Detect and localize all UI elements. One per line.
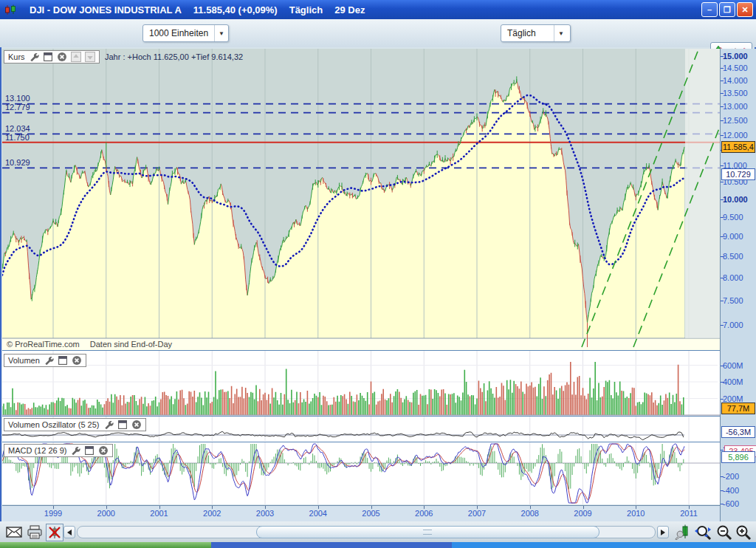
window-titlebar: DJI - DOW JONES INDUSTRIAL A 11.585,40 (… bbox=[0, 0, 756, 19]
panel-divider bbox=[2, 416, 720, 417]
year-label: 2002 bbox=[203, 509, 221, 518]
year-label: 2009 bbox=[574, 509, 591, 518]
app-candles-icon bbox=[4, 4, 18, 16]
year-tick bbox=[212, 506, 213, 509]
axis-tick-mark bbox=[721, 135, 724, 136]
close-button[interactable]: ✕ bbox=[737, 2, 753, 17]
axis-tick-label: 10.000 bbox=[723, 195, 748, 204]
level-label: 12.779 bbox=[5, 103, 30, 112]
taskbar-green-segment bbox=[0, 542, 211, 548]
moving-average-badge: 10.729 bbox=[721, 168, 755, 180]
email-button[interactable] bbox=[4, 524, 24, 541]
axis-tick-mark bbox=[721, 450, 724, 451]
year-label: 2005 bbox=[362, 509, 379, 518]
bottom-toolbar bbox=[0, 521, 756, 542]
minimize-button[interactable]: – bbox=[701, 2, 718, 17]
window-left-edge bbox=[0, 47, 1, 521]
axis-tick-mark bbox=[721, 236, 724, 237]
year-label: 2008 bbox=[521, 509, 539, 518]
axis-tick-label: 14.500 bbox=[723, 64, 748, 72]
candle-wrench-icon bbox=[673, 524, 690, 541]
right-arrow-icon bbox=[661, 530, 665, 535]
axis-tick-mark bbox=[721, 93, 724, 94]
close-icon[interactable] bbox=[98, 445, 109, 456]
axis-tick-mark bbox=[721, 504, 724, 504]
window-icon[interactable] bbox=[58, 355, 68, 366]
window-icon[interactable] bbox=[84, 445, 94, 456]
axis-tick-mark bbox=[721, 366, 724, 366]
price-chart[interactable] bbox=[2, 49, 720, 351]
period-dropdown-value: Täglich bbox=[501, 28, 554, 38]
year-tick bbox=[689, 506, 690, 509]
last-price-badge: 11.585,4 bbox=[721, 141, 755, 153]
axis-tick-mark bbox=[721, 165, 724, 166]
taskbar-strip bbox=[0, 542, 756, 548]
zoom-out-button[interactable] bbox=[715, 524, 734, 541]
window-icon[interactable] bbox=[117, 419, 128, 430]
axis-tick-label: -600 bbox=[723, 499, 739, 508]
period-dropdown[interactable]: Täglich ▼ bbox=[501, 24, 571, 42]
units-dropdown[interactable]: 1000 Einheiten ▼ bbox=[142, 24, 229, 42]
chevron-down-icon[interactable]: ▼ bbox=[554, 25, 568, 41]
close-icon[interactable] bbox=[72, 355, 82, 366]
time-axis: 1999200020012002200320042005200620072008… bbox=[2, 505, 720, 521]
axis-tick-label: 13.500 bbox=[723, 89, 748, 97]
panel-divider bbox=[2, 350, 720, 351]
axis-tick-label: 15.000 bbox=[723, 52, 748, 61]
axis-tick-label: 7.500 bbox=[723, 296, 743, 305]
zoom-in-icon bbox=[735, 524, 752, 541]
volume-chart[interactable] bbox=[2, 351, 720, 416]
axis-tick-label: 200M bbox=[723, 394, 743, 403]
print-icon bbox=[27, 525, 43, 539]
email-icon bbox=[6, 527, 22, 538]
titlebar-instrument: DJI - DOW JONES INDUSTRIAL A bbox=[30, 4, 182, 16]
wrench-icon[interactable] bbox=[29, 52, 39, 62]
axis-tick-mark bbox=[721, 81, 724, 81]
taskbar-lightblue-segment bbox=[452, 542, 756, 548]
close-icon[interactable] bbox=[57, 52, 67, 62]
axis-tick-label: 400M bbox=[723, 377, 743, 386]
chart-settings-button[interactable] bbox=[672, 524, 691, 541]
axis-tick-mark bbox=[721, 382, 724, 383]
year-tick bbox=[530, 506, 531, 509]
axis-tick-label: 12.500 bbox=[723, 116, 748, 125]
price-panel-header: Kurs bbox=[4, 50, 100, 64]
year-tick bbox=[636, 506, 636, 509]
zoom-in-button[interactable] bbox=[734, 524, 753, 541]
year-label: 2010 bbox=[627, 509, 645, 518]
year-tick bbox=[424, 506, 425, 509]
axis-tick-mark bbox=[721, 256, 724, 257]
wrench-icon[interactable] bbox=[70, 445, 80, 456]
erase-drawings-tool-button[interactable] bbox=[46, 524, 63, 541]
year-label: 2006 bbox=[415, 509, 433, 518]
year-tick bbox=[371, 506, 372, 509]
volume-badge: 77,7M bbox=[721, 403, 755, 414]
axis-tick-mark bbox=[721, 278, 724, 278]
zoom-selection-button[interactable] bbox=[693, 524, 713, 541]
chart-toolbar: 1000 Einheiten ▼ Täglich ▼ bbox=[0, 19, 756, 47]
axis-tick-mark bbox=[721, 476, 724, 477]
move-down-icon[interactable] bbox=[85, 52, 95, 62]
chevron-down-icon[interactable]: ▼ bbox=[214, 25, 228, 41]
year-label: 2000 bbox=[97, 509, 115, 518]
scroll-left-button[interactable] bbox=[63, 526, 75, 538]
axis-tick-mark bbox=[721, 217, 724, 218]
year-label: 2004 bbox=[309, 509, 327, 518]
scroll-right-button[interactable] bbox=[657, 526, 669, 538]
print-button[interactable] bbox=[25, 524, 44, 541]
price-axis-column: 11.585,4 10.729 77,7M -56,3M 23,495 5,89… bbox=[720, 49, 756, 521]
maximize-button[interactable]: ❐ bbox=[719, 2, 735, 17]
wrench-icon[interactable] bbox=[44, 355, 54, 366]
titlebar-quote: 11.585,40 (+0,09%) bbox=[193, 4, 278, 16]
macd-panel-title: MACD (12 26 9) bbox=[8, 446, 66, 455]
axis-tick-label: 8.500 bbox=[723, 252, 743, 261]
axis-tick-label: 14.000 bbox=[723, 76, 748, 85]
wrench-icon[interactable] bbox=[103, 419, 114, 430]
close-icon[interactable] bbox=[131, 419, 142, 430]
move-up-icon[interactable] bbox=[71, 52, 81, 62]
macd-value-badge: 5,896 bbox=[721, 451, 755, 463]
axis-tick-mark bbox=[721, 399, 724, 400]
axis-tick-label: 9.000 bbox=[723, 232, 743, 241]
window-icon[interactable] bbox=[43, 52, 53, 62]
axis-tick-label: -200 bbox=[723, 472, 739, 481]
